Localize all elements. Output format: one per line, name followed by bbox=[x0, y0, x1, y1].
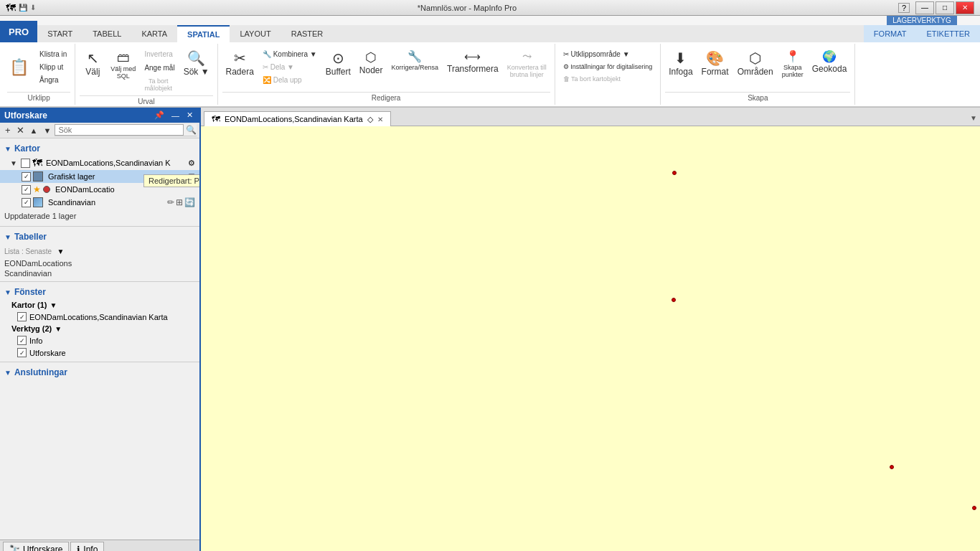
ange-mal-button[interactable]: Ange mål bbox=[141, 62, 178, 74]
grafiskt-layer-icon bbox=[33, 171, 43, 182]
klistra-in-button[interactable]: Klistra in bbox=[36, 48, 70, 60]
format-button[interactable]: 🎨 Format bbox=[698, 48, 732, 80]
tabeller-sublabel-container: Lista : Senaste ▼ bbox=[0, 244, 199, 258]
minimize-button[interactable]: — bbox=[915, 1, 934, 14]
dela-button[interactable]: ✂ Dela ▼ bbox=[259, 61, 321, 73]
fonster-karta-item[interactable]: EONDamLocations,Scandinavian Karta bbox=[0, 311, 199, 323]
sok-button[interactable]: 🔍 Sök ▼ bbox=[180, 48, 213, 80]
installningar-digitalisering-button[interactable]: ⚙ Inställningar för digitalisering bbox=[560, 61, 656, 72]
kombinera-button[interactable]: 🔧 Kombinera ▼ bbox=[259, 48, 321, 60]
table-eon[interactable]: EONDamLocations bbox=[0, 258, 199, 268]
help-icon[interactable]: ? bbox=[898, 3, 910, 13]
sidebar-title: Utforskare bbox=[4, 110, 47, 121]
geokoda-button[interactable]: 🌍 Geokoda bbox=[809, 48, 851, 77]
sidebar-search-input[interactable] bbox=[55, 124, 184, 136]
bottom-tab-info[interactable]: ℹ Info bbox=[70, 542, 104, 552]
kartor-arrow-icon: ▼ bbox=[4, 145, 11, 153]
sidebar-section-anslutningar[interactable]: ▼ Anslutningar bbox=[0, 365, 199, 380]
bottom-tab-utforskare[interactable]: 🔭 Utforskare bbox=[3, 542, 69, 552]
valj-button[interactable]: ↖ Välj bbox=[80, 48, 105, 80]
sidebar-add-button[interactable]: + bbox=[3, 124, 13, 136]
pro-button[interactable]: PRO bbox=[0, 21, 37, 42]
ribbon-tabs-container: PRO START TABELL KARTA SPATIAL LAYOUT RA… bbox=[0, 16, 980, 42]
scandinavian-checkbox[interactable] bbox=[22, 198, 31, 207]
tab-spatial[interactable]: SPATIAL bbox=[177, 25, 230, 42]
invertera-button[interactable]: Invertera bbox=[141, 48, 178, 60]
maximize-button[interactable]: □ bbox=[936, 1, 954, 14]
grafiskt-checkbox[interactable] bbox=[22, 172, 31, 182]
info-checkbox[interactable] bbox=[17, 336, 27, 345]
map-dot-7 bbox=[972, 506, 976, 510]
eondam-checkbox[interactable] bbox=[22, 185, 31, 194]
verktyg-info-item[interactable]: Info bbox=[0, 334, 199, 347]
omraden-button[interactable]: ⬡ Områden bbox=[734, 48, 777, 80]
contextual-tab-group: LAGERVERKTYG FORMAT ETIKETTER bbox=[864, 16, 980, 42]
table-scandinavian[interactable]: Scandinavian bbox=[0, 268, 199, 278]
tab-karta[interactable]: KARTA bbox=[131, 25, 177, 42]
sidebar-section-fonster[interactable]: ▼ Fönster bbox=[0, 285, 199, 299]
fonster-arrow-icon: ▼ bbox=[4, 288, 11, 296]
sidebar-toolbar: + ✕ ▲ ▼ 🔍 bbox=[0, 123, 199, 138]
title-bar: 🗺 💾 ⬇ *Namnlös.wor - MapInfo Pro ? — □ ✕ bbox=[0, 0, 980, 16]
map-tab-eon[interactable]: 🗺 EONDamLocations,Scandinavian Karta ◇ ✕ bbox=[204, 111, 391, 126]
tab-layout[interactable]: LAYOUT bbox=[230, 25, 281, 42]
ta-bort-kartobjekt-button[interactable]: 🗑 Ta bort kartobjekt bbox=[560, 73, 656, 85]
tabeller-dropdown-icon[interactable]: ▼ bbox=[57, 248, 65, 255]
sidebar-pin-button[interactable]: 📌 bbox=[152, 110, 166, 121]
sidebar-section-kartor[interactable]: ▼ Kartor bbox=[0, 141, 199, 156]
tab-etiketter[interactable]: ETIKETTER bbox=[916, 25, 980, 42]
sidebar-search-bar: 🔍 bbox=[55, 124, 197, 136]
utklippsomrade-button[interactable]: ✂ Utklippsområde ▼ bbox=[560, 48, 656, 60]
map-area: 🗺 EONDamLocations,Scandinavian Karta ◇ ✕… bbox=[201, 108, 980, 551]
fonster-label: Fönster bbox=[14, 287, 46, 297]
klipp-ut-button[interactable]: Klipp ut bbox=[36, 61, 70, 73]
utforskare-checkbox[interactable] bbox=[17, 348, 27, 357]
infoga-button[interactable]: ⬇ Infoga bbox=[665, 48, 696, 80]
kopiera-button[interactable]: 📋 bbox=[7, 56, 33, 79]
sidebar-close-button[interactable]: ✕ bbox=[184, 110, 195, 121]
ta-bort-malobjekt-button[interactable]: Ta bortmålobjekt bbox=[141, 75, 178, 94]
skapa-punkter-button[interactable]: 📍 Skapapunkter bbox=[778, 48, 807, 81]
korrigera-rensa-button[interactable]: 🔧 Korrigera/Rensa bbox=[388, 48, 443, 74]
scandinavian-pencil-icon[interactable]: ✏ bbox=[167, 197, 174, 207]
info-tab-icon: ℹ bbox=[77, 545, 80, 552]
fonster-verktyg-label: Verktyg (2) bbox=[11, 324, 52, 333]
fonster-karta-checkbox[interactable] bbox=[17, 312, 27, 321]
scandinavian-info-icon[interactable]: 🔄 bbox=[184, 197, 195, 207]
tab-tabell[interactable]: TABELL bbox=[83, 25, 131, 42]
ribbon-group-skapa: ⬇ Infoga 🎨 Format ⬡ Områden 📍 Skapapunkt… bbox=[661, 44, 855, 105]
scandinavian-table-icon[interactable]: ⊞ bbox=[176, 197, 183, 207]
map-item-eon[interactable]: ▼ 🗺 EONDamLocations,Scandinavian K ⚙ bbox=[0, 156, 199, 170]
tab-start[interactable]: START bbox=[37, 25, 83, 42]
map-canvas[interactable] bbox=[201, 126, 980, 551]
noder-button[interactable]: ⬡ Noder bbox=[356, 48, 387, 78]
konvertera-button[interactable]: ⤳ Konvertera tillbrutna linjer bbox=[504, 48, 550, 81]
dela-upp-button[interactable]: 🔀 Dela upp bbox=[259, 74, 321, 86]
expand-icon[interactable]: ▼ bbox=[10, 159, 17, 167]
radera-button[interactable]: ✂ Radera bbox=[222, 48, 258, 80]
map-settings-icon[interactable]: ⚙ bbox=[188, 159, 195, 168]
buffert-button[interactable]: ⊙ Buffert bbox=[322, 48, 354, 80]
search-icon: 🔍 bbox=[186, 125, 197, 135]
sidebar-remove-button[interactable]: ✕ bbox=[14, 124, 27, 136]
map-checkbox bbox=[21, 159, 30, 168]
angra-button[interactable]: Ångra bbox=[36, 74, 70, 86]
map-tab-close-icon[interactable]: ✕ bbox=[377, 116, 383, 123]
verktyg-utforskare-item[interactable]: Utforskare bbox=[0, 347, 199, 359]
tab-raster[interactable]: RASTER bbox=[281, 25, 334, 42]
sidebar-down-button[interactable]: ▼ bbox=[41, 126, 53, 136]
map-tab-pin-icon[interactable]: ◇ bbox=[367, 115, 373, 124]
close-button[interactable]: ✕ bbox=[956, 1, 974, 14]
map-dot-5 bbox=[890, 465, 894, 469]
layer-item-scandinavian[interactable]: Scandinavian ✏ ⊞ 🔄 bbox=[0, 196, 199, 209]
transformera-button[interactable]: ⟷ Transformera bbox=[443, 48, 502, 77]
sidebar-up-button[interactable]: ▲ bbox=[28, 126, 40, 136]
tab-format[interactable]: FORMAT bbox=[864, 25, 917, 42]
valj-med-sql-button[interactable]: 🗃 Välj medSQL bbox=[107, 48, 139, 83]
map-expand-button[interactable]: ▼ bbox=[967, 113, 980, 123]
layer-item-grafiskt[interactable]: Grafiskt lager ✏ ⊞ Redigerbart: På bbox=[0, 170, 199, 183]
fonster-kartor-header[interactable]: Kartor (1) ▼ bbox=[0, 299, 199, 311]
fonster-verktyg-header[interactable]: Verktyg (2) ▼ bbox=[0, 323, 199, 334]
sidebar-minimize-button[interactable]: — bbox=[169, 110, 182, 121]
sidebar-section-tabeller[interactable]: ▼ Tabeller bbox=[0, 230, 199, 244]
